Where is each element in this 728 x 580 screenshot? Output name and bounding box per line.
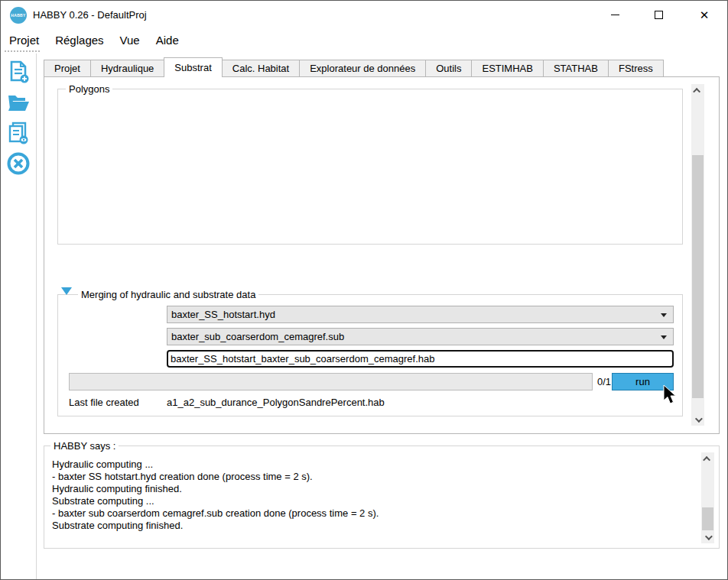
project-properties-button[interactable] [6, 121, 31, 145]
scroll-down-button[interactable] [691, 413, 704, 426]
mouse-cursor [662, 384, 678, 406]
log-line: Hydraulic computing ... [52, 458, 696, 471]
tab-explorateur-de-donnees[interactable]: Explorateur de données [299, 60, 426, 77]
title-bar: HABBY HABBY 0.26 - DefaultProj ✕ [1, 1, 727, 29]
window-title: HABBY 0.26 - DefaultProj [33, 9, 147, 21]
document-view-icon [6, 121, 31, 145]
tab-projet[interactable]: Projet [44, 60, 91, 77]
chevron-up-icon [703, 455, 710, 463]
side-toolbar [0, 53, 37, 580]
tab-substrat[interactable]: Substrat [164, 57, 222, 77]
log-line: - baxter sub coarserdom cemagref.sub cre… [52, 507, 696, 520]
tab-outils[interactable]: Outils [425, 60, 472, 77]
dropdown-arrow-icon [661, 335, 667, 339]
chevron-up-icon [693, 87, 700, 95]
log-scrollbar-thumb[interactable] [702, 507, 713, 530]
chevron-down-icon [705, 533, 713, 540]
new-document-icon [6, 60, 31, 84]
close-project-button[interactable] [6, 151, 31, 176]
log-output: Hydraulic computing ... - baxter SS hots… [52, 458, 696, 532]
last-file-created-hab-label: Last file created [69, 397, 139, 408]
menu-aide[interactable]: Aide [148, 31, 187, 50]
dropdown-arrow-icon [661, 313, 667, 317]
substrate-data-selected: baxter_sub_coarserdom_cemagref.sub [171, 331, 344, 342]
substrate-data-dropdown[interactable]: baxter_sub_coarserdom_cemagref.sub [167, 328, 674, 345]
merging-groupbox-title: Merging of hydraulic and substrate data [78, 289, 258, 300]
scroll-up-button[interactable] [691, 84, 704, 96]
toolbar-drag-handle[interactable] [5, 50, 40, 53]
menu-vue[interactable]: Vue [112, 31, 148, 50]
last-file-created-hab-value: a1_a2_sub_durance_PolygonSandrePercent.h… [167, 397, 385, 408]
menu-bar: Projet Réglages Vue Aide [1, 29, 727, 50]
close-circle-icon [6, 151, 31, 176]
collapse-triangle-icon[interactable] [61, 287, 72, 295]
tab-fstress[interactable]: FStress [608, 60, 664, 77]
menu-reglages[interactable]: Réglages [47, 31, 111, 50]
hydraulic-data-dropdown[interactable]: baxter_SS_hotstart.hyd [167, 306, 674, 323]
main-scrollbar-thumb[interactable] [692, 155, 704, 398]
open-folder-icon [6, 90, 31, 115]
log-line: - baxter SS hotstart.hyd creation done (… [52, 471, 696, 483]
chevron-down-icon [695, 415, 703, 423]
habby-logo-icon: HABBY [10, 7, 27, 24]
hab-file-name-input[interactable] [167, 350, 674, 368]
tab-estimhab[interactable]: ESTIMHAB [471, 60, 543, 77]
close-button[interactable]: ✕ [687, 1, 722, 29]
maximize-icon [655, 11, 663, 19]
log-scroll-down-button[interactable] [701, 531, 714, 543]
maximize-button[interactable] [641, 1, 676, 29]
tab-calc-habitat[interactable]: Calc. Habitat [222, 60, 300, 77]
close-icon: ✕ [700, 9, 710, 21]
minimize-button[interactable] [597, 1, 632, 29]
open-project-button[interactable] [6, 90, 31, 115]
main-scrollbar[interactable] [691, 84, 704, 426]
merging-progress-bar [69, 373, 593, 390]
log-line: Substrate computing ... [52, 495, 696, 507]
hydraulic-data-selected: baxter_SS_hotstart.hyd [171, 309, 275, 320]
log-line: Substrate computing finished. [52, 520, 696, 532]
polygons-groupbox-title: Polygons [66, 83, 112, 95]
merging-progress-fraction: 0/1 [597, 376, 611, 387]
habby-says-title: HABBY says : [50, 440, 119, 452]
habby-says-groupbox: HABBY says : Hydraulic computing ... - b… [44, 446, 720, 549]
log-line: Hydraulic computing finished. [52, 483, 696, 495]
tab-hydraulique[interactable]: Hydraulique [90, 60, 164, 77]
create-project-button[interactable] [6, 60, 31, 84]
menu-projet[interactable]: Projet [2, 31, 47, 50]
main-tab-bar: Projet Hydraulique Substrat Calc. Habita… [44, 57, 663, 77]
minimize-icon [611, 15, 619, 15]
log-scroll-up-button[interactable] [701, 452, 714, 465]
log-scrollbar[interactable] [701, 452, 714, 543]
polygons-groupbox: Polygons [57, 89, 683, 245]
tab-stathab[interactable]: STATHAB [543, 60, 609, 77]
